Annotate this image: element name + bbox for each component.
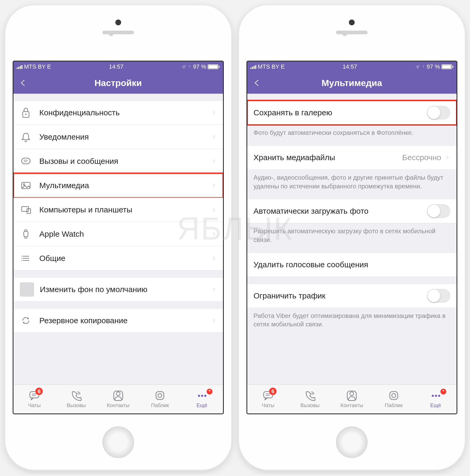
save-gallery-toggle[interactable] — [427, 106, 450, 120]
tab-chats[interactable]: 6Чаты — [247, 390, 289, 408]
chevron-right-icon — [211, 230, 217, 238]
home-button[interactable] — [336, 426, 368, 458]
tab-more-icon: * — [429, 390, 442, 401]
tab-chats-icon: 6 — [262, 390, 275, 401]
row-backup[interactable]: Резервное копирование — [13, 308, 223, 333]
home-button[interactable] — [102, 426, 134, 458]
nav-title: Настройки — [94, 78, 142, 88]
row-label: Компьютеры и планшеты — [39, 205, 211, 214]
bluetooth-icon — [421, 64, 425, 69]
row-label: Общие — [39, 254, 211, 263]
row-save-to-gallery[interactable]: Сохранять в галерею — [247, 101, 457, 125]
tab-calls-icon — [303, 390, 317, 401]
tab-bar: 6ЧатыВызовыКонтактыПаблик*Ещё — [247, 384, 457, 413]
tab-label: Паблик — [385, 402, 403, 408]
status-bar: MTS BY E 14:57 97 % — [13, 61, 223, 72]
row-label: Хранить медиафайлы — [254, 153, 402, 162]
row-lock[interactable]: Конфиденциальность — [13, 101, 223, 125]
row-store-media[interactable]: Хранить медиафайлы Бессрочно — [247, 145, 457, 170]
tab-label: Контакты — [107, 402, 130, 408]
chevron-right-icon — [211, 254, 217, 262]
row-bell[interactable]: Уведомления — [13, 125, 223, 149]
list-icon — [20, 252, 32, 264]
tab-label: Ещё — [197, 402, 207, 408]
chevron-right-icon — [211, 285, 217, 293]
tab-contacts-icon — [112, 390, 125, 401]
phone-left: MTS BY E 14:57 97 % Настройки Конфиденци… — [5, 5, 231, 470]
status-time: 14:57 — [109, 63, 124, 70]
tab-label: Контакты — [340, 402, 363, 408]
battery-icon — [208, 64, 220, 69]
badge: 6 — [35, 388, 43, 395]
tab-more[interactable]: *Ещё — [181, 390, 223, 408]
tab-more-icon: * — [195, 390, 208, 401]
status-time: 14:57 — [343, 63, 357, 70]
footer-autoload: Разрешить автоматическую загрузку фото в… — [247, 223, 457, 246]
row-delete-voice[interactable]: Удалить голосовые сообщения — [247, 253, 457, 277]
tab-contacts[interactable]: Контакты — [97, 390, 139, 408]
settings-content: КонфиденциальностьУведомленияВызовы и со… — [13, 94, 223, 384]
signal-icon — [17, 65, 22, 69]
badge: 6 — [269, 388, 277, 395]
row-message[interactable]: Вызовы и сообщения — [13, 149, 223, 173]
tab-label: Паблик — [151, 402, 169, 408]
limit-traffic-toggle[interactable] — [427, 289, 450, 303]
row-limit-traffic[interactable]: Ограничить трафик — [247, 284, 457, 308]
chevron-right-icon — [211, 206, 217, 214]
battery-percent: 97 % — [427, 63, 440, 70]
row-label: Ограничить трафик — [254, 291, 427, 300]
badge: * — [207, 389, 212, 394]
tab-chats[interactable]: 6Чаты — [13, 390, 55, 408]
tab-public[interactable]: Паблик — [139, 390, 181, 408]
row-label: Apple Watch — [39, 230, 211, 239]
chevron-right-icon — [211, 182, 217, 189]
badge: * — [440, 389, 446, 394]
tab-contacts-icon — [345, 390, 358, 401]
tab-more[interactable]: *Ещё — [415, 390, 457, 408]
tab-label: Чаты — [28, 402, 41, 408]
image-icon — [20, 179, 32, 192]
row-autoload-photo[interactable]: Автоматически загружать фото — [247, 199, 457, 223]
row-watch[interactable]: Apple Watch — [13, 222, 223, 246]
watch-icon — [20, 228, 32, 240]
row-label: Мультимедиа — [39, 181, 211, 190]
status-bar: MTS BY E 14:57 97 % — [247, 61, 457, 72]
back-button[interactable] — [252, 78, 263, 88]
row-label: Автоматически загружать фото — [254, 207, 427, 216]
tab-calls-icon — [70, 390, 83, 401]
row-image[interactable]: Мультимедиа — [13, 173, 223, 198]
tab-calls[interactable]: Вызовы — [55, 390, 97, 408]
row-label: Уведомления — [39, 132, 211, 141]
tab-contacts[interactable]: Контакты — [331, 390, 373, 408]
message-icon — [20, 155, 32, 167]
devices-icon — [20, 204, 32, 216]
chevron-right-icon — [211, 317, 217, 325]
chevron-right-icon — [211, 157, 217, 165]
autoload-toggle[interactable] — [427, 204, 450, 218]
nav-title: Мультимедиа — [322, 78, 382, 88]
row-label: Удалить голосовые сообщения — [254, 260, 450, 269]
location-icon — [181, 64, 186, 69]
tab-label: Ещё — [430, 402, 441, 408]
row-label: Конфиденциальность — [39, 108, 211, 117]
carrier-label: MTS BY E — [258, 63, 285, 70]
tab-public-icon — [153, 390, 167, 401]
row-label: Вызовы и сообщения — [39, 157, 211, 166]
wallpaper-thumbnail-icon — [20, 282, 34, 297]
back-button[interactable] — [18, 78, 29, 88]
lock-icon — [20, 107, 32, 119]
tab-bar: 6ЧатыВызовыКонтактыПаблик*Ещё — [13, 384, 223, 413]
bluetooth-icon — [188, 64, 191, 69]
tab-label: Чаты — [262, 402, 274, 408]
phone-right: MTS BY E 14:57 97 % Мультимедиа Сохранят… — [239, 5, 465, 470]
signal-icon — [250, 65, 256, 69]
nav-bar: Настройки — [13, 72, 223, 94]
footer-limit-traffic: Работа Viber будет оптимизирована для ми… — [247, 308, 457, 330]
row-devices[interactable]: Компьютеры и планшеты — [13, 198, 223, 222]
row-list[interactable]: Общие — [13, 246, 223, 270]
row-change-background[interactable]: Изменить фон по умолчанию — [13, 277, 223, 302]
nav-bar: Мультимедиа — [247, 72, 457, 94]
tab-calls[interactable]: Вызовы — [289, 390, 331, 408]
chevron-right-icon — [211, 109, 217, 117]
tab-public[interactable]: Паблик — [373, 390, 415, 408]
